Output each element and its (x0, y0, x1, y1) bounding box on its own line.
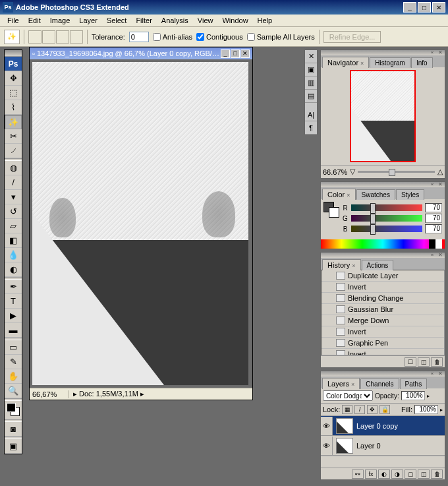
opacity-flyout-icon[interactable]: ▸ (427, 393, 430, 399)
panel-close-icon[interactable]: ✕ (437, 372, 443, 376)
visibility-toggle-icon[interactable]: 👁 (321, 417, 333, 435)
tab-history[interactable]: History× (322, 259, 361, 270)
history-item[interactable]: Invert (322, 326, 444, 338)
close-icon[interactable]: × (351, 381, 354, 388)
tab-histogram[interactable]: Histogram (370, 57, 410, 68)
tool-stamp[interactable]: ▾ (5, 190, 22, 204)
tool-dodge[interactable]: ◐ (5, 262, 22, 277)
menu-layer[interactable]: Layer (74, 15, 102, 26)
tool-magic-wand[interactable]: ✨ (5, 115, 22, 129)
selection-add[interactable] (42, 30, 55, 44)
panel-grip[interactable]: «✕ (321, 253, 445, 258)
tab-channels[interactable]: Channels (360, 379, 399, 389)
panel-close-icon[interactable]: ✕ (437, 253, 443, 257)
selection-subtract[interactable] (56, 30, 69, 44)
doc-maximize[interactable]: □ (231, 49, 240, 58)
dock-brushes-icon[interactable]: ✕ (305, 50, 317, 63)
tab-info[interactable]: Info (411, 57, 433, 68)
current-tool-icon[interactable]: ✨ (4, 30, 20, 44)
menu-image[interactable]: Image (45, 15, 75, 26)
tool-hand[interactable]: ✋ (5, 369, 22, 384)
tolerance-input[interactable] (129, 32, 149, 42)
menu-select[interactable]: Select (102, 15, 132, 26)
tool-shape[interactable]: ▬ (5, 323, 22, 338)
history-item[interactable]: Invert (322, 282, 444, 293)
layer-name[interactable]: Layer 0 copy (356, 422, 398, 430)
panel-close-icon[interactable]: ✕ (437, 183, 443, 187)
zoom-in-icon[interactable]: △ (437, 167, 443, 176)
link-layers-icon[interactable]: ⚯ (352, 470, 364, 479)
layer-list[interactable]: 👁 Layer 0 copy 👁 Layer 0 (321, 416, 445, 468)
menu-edit[interactable]: Edit (24, 15, 45, 26)
close-icon[interactable]: × (360, 60, 364, 67)
close-button[interactable]: ✕ (432, 2, 445, 13)
tab-styles[interactable]: Styles (396, 189, 424, 200)
panel-grip[interactable]: «✕ (321, 50, 445, 55)
tab-swatches[interactable]: Swatches (356, 189, 395, 200)
tool-path-select[interactable]: ▶ (5, 309, 22, 323)
selection-intersect[interactable] (70, 30, 83, 44)
tab-navigator[interactable]: Navigator× (322, 57, 369, 68)
tool-gradient[interactable]: ◧ (5, 233, 22, 248)
tool-screenmode[interactable]: ▣ (5, 439, 22, 454)
g-slider[interactable] (351, 215, 422, 222)
tool-blur[interactable]: 💧 (5, 248, 22, 262)
layer-item[interactable]: 👁 Layer 0 copy (321, 416, 445, 436)
menu-file[interactable]: File (3, 15, 24, 26)
minimize-button[interactable]: _ (403, 2, 416, 13)
menu-window[interactable]: Window (217, 15, 252, 26)
dock-character-icon[interactable]: A| (305, 108, 317, 121)
tool-pen[interactable]: ✒ (5, 280, 22, 294)
menu-analysis[interactable]: Analysis (157, 15, 193, 26)
dock-toolpresets-icon[interactable]: ▥ (305, 76, 317, 90)
menu-help[interactable]: Help (253, 15, 277, 26)
dock-clone-icon[interactable]: ▣ (305, 63, 317, 76)
b-slider[interactable] (351, 226, 422, 232)
navigator-preview[interactable] (350, 70, 416, 162)
panel-collapse-icon[interactable]: « (429, 372, 435, 376)
tab-actions[interactable]: Actions (362, 260, 394, 270)
r-slider[interactable] (351, 204, 422, 211)
group-icon[interactable]: ▢ (405, 470, 416, 479)
panel-close-icon[interactable]: ✕ (437, 51, 443, 55)
doc-minimize[interactable]: _ (221, 49, 230, 58)
tool-brush[interactable]: / (5, 175, 22, 190)
history-item[interactable]: Duplicate Layer (322, 270, 444, 282)
history-item[interactable]: Merge Down (322, 315, 444, 326)
dock-layercomps-icon[interactable]: ▤ (305, 90, 317, 103)
layer-mask-icon[interactable]: ◐ (378, 470, 390, 479)
adjustment-layer-icon[interactable]: ◑ (391, 470, 403, 479)
layer-name[interactable]: Layer 0 (356, 442, 381, 450)
tool-lasso[interactable]: ⌇ (5, 100, 22, 115)
layer-item[interactable]: 👁 Layer 0 (321, 436, 445, 456)
color-swatches[interactable] (5, 401, 22, 419)
document-titlebar[interactable]: ▫ 1347933_19698064.jpg @ 66,7% (Layer 0 … (30, 47, 252, 59)
new-layer-icon[interactable]: ◫ (418, 470, 430, 479)
delete-icon[interactable]: 🗑 (431, 357, 443, 367)
canvas[interactable] (32, 62, 248, 385)
background-swatch[interactable] (329, 207, 339, 218)
tool-type[interactable]: T (5, 294, 22, 309)
tool-slice[interactable]: ⟋ (5, 144, 22, 158)
zoom-field[interactable]: 66,67% (30, 390, 69, 398)
panel-grip[interactable]: «✕ (321, 182, 445, 187)
new-document-icon[interactable]: ◫ (418, 357, 430, 367)
layer-thumbnail[interactable] (336, 438, 353, 454)
delete-layer-icon[interactable]: 🗑 (431, 470, 443, 479)
tool-crop[interactable]: ✂ (5, 129, 22, 144)
dock-paragraph-icon[interactable]: ¶ (305, 121, 317, 135)
lock-transparency-icon[interactable]: ▦ (342, 405, 352, 414)
tool-eyedropper[interactable]: ✎ (5, 355, 22, 369)
history-item[interactable]: Graphic Pen (322, 338, 444, 349)
sample-all-checkbox[interactable]: Sample All Layers (247, 33, 315, 41)
tool-eraser[interactable]: ▱ (5, 219, 22, 233)
lock-all-icon[interactable]: 🔒 (379, 405, 390, 414)
blend-mode-select[interactable]: Color Dodge (323, 390, 373, 401)
history-item[interactable]: Invert (322, 349, 444, 355)
tab-color[interactable]: Color× (322, 189, 356, 200)
close-icon[interactable]: × (347, 192, 350, 198)
tool-zoom[interactable]: 🔍 (5, 384, 22, 398)
tab-paths[interactable]: Paths (400, 379, 428, 389)
layer-style-icon[interactable]: fx (365, 470, 377, 479)
r-value[interactable]: 70 (425, 203, 442, 212)
